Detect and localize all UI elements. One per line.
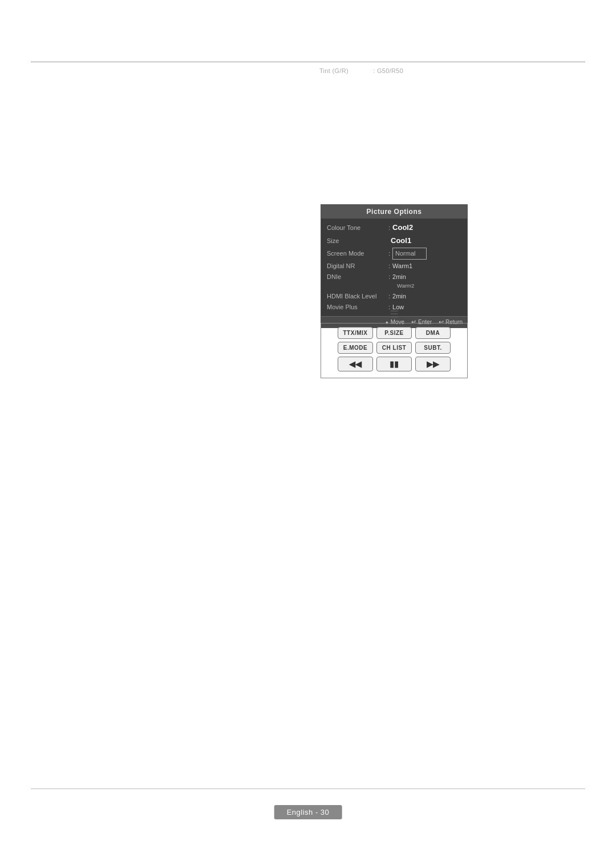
remote-btn-dma[interactable]: DMA [415, 327, 451, 339]
po-value-warm2: Warm2 [392, 282, 414, 290]
remote-top-icon: ☰ [390, 308, 399, 321]
po-label-size: Size [327, 236, 388, 246]
po-label-screen-mode: Screen Mode [327, 249, 388, 258]
remote-btn-emode[interactable]: E.MODE [338, 342, 373, 354]
remote-btn-psize[interactable]: P.SIZE [376, 327, 412, 339]
remote-btn-chlist[interactable]: CH LIST [376, 342, 412, 354]
remote-btn-r3-3[interactable]: ▶▶ [415, 357, 451, 371]
po-row-digital-nr: Digital NR : Warm1 [327, 261, 461, 271]
remote-buttons-container: TTX/MIX P.SIZE DMA E.MODE CH LIST SUBT. … [321, 323, 468, 378]
po-row-colour-tone: Colour Tone : Cool2 [327, 222, 461, 233]
po-label-digital-nr: Digital NR [327, 261, 388, 271]
po-value-warm1: Warm1 [392, 261, 412, 271]
po-value-dnie-2min: 2min [392, 272, 406, 282]
tint-key: Tint (G/R) [319, 67, 348, 74]
top-divider [31, 62, 585, 62]
remote-btn-subt[interactable]: SUBT. [415, 342, 451, 354]
po-row-dnie: DNIe : 2min Warm2 [327, 272, 461, 290]
picture-options-body: Colour Tone : Cool2 Size Cool1 Screen Mo… [321, 219, 467, 316]
remote-control-area: ☰ TTX/MIX P.SIZE DMA E.MODE CH LIST SUBT… [321, 308, 468, 378]
po-label-colour-tone: Colour Tone [327, 223, 388, 233]
po-row-screen-mode: Screen Mode : Normal [327, 248, 461, 260]
po-value-cool2: Cool2 [392, 222, 413, 233]
po-value-hdmi-2min: 2min [392, 292, 406, 301]
tint-label: Tint (G/R) : G50/R50 [319, 67, 403, 74]
remote-icon-row: ☰ [321, 308, 468, 321]
remote-row-2: E.MODE CH LIST SUBT. [326, 342, 463, 354]
remote-row-3: ◀◀ ▮▮ ▶▶ [326, 357, 463, 371]
po-value-cool1: Cool1 [391, 235, 411, 246]
tint-value: : G50/R50 [373, 67, 403, 74]
po-row-hdmi-black-level: HDMI Black Level : 2min [327, 292, 461, 301]
po-label-hdmi-black-level: HDMI Black Level [327, 292, 388, 301]
page-number: English - 30 [274, 805, 342, 819]
remote-btn-ttxmix[interactable]: TTX/MIX [338, 327, 373, 339]
remote-row-1: TTX/MIX P.SIZE DMA [326, 327, 463, 339]
remote-btn-r3-2[interactable]: ▮▮ [376, 357, 412, 371]
po-label-dnie: DNIe [327, 272, 388, 282]
picture-options-title: Picture Options [321, 205, 467, 219]
po-row-size: Size Cool1 [327, 235, 461, 246]
po-value-normal: Normal [392, 248, 426, 260]
remote-btn-r3-1[interactable]: ◀◀ [338, 357, 373, 371]
bottom-divider [31, 789, 585, 789]
